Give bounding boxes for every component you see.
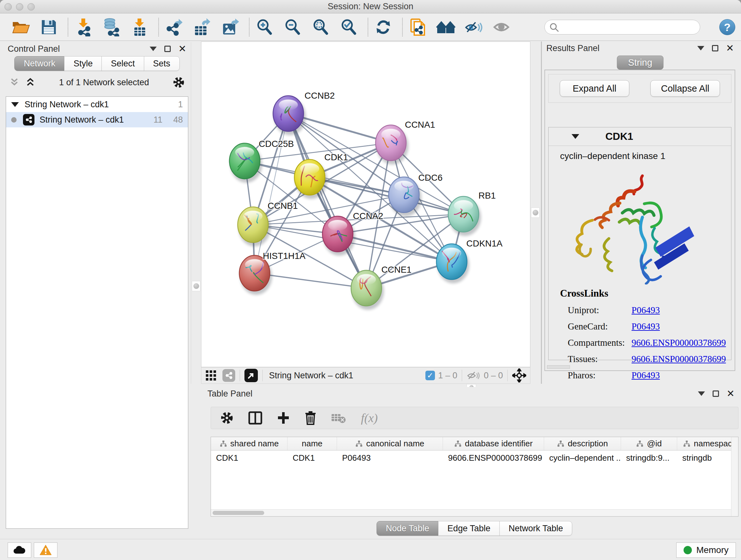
import-network-database-button[interactable]	[102, 17, 121, 37]
pan-crosshair-icon[interactable]	[512, 368, 526, 382]
right-splitter[interactable]	[530, 42, 542, 384]
hide-selected-button[interactable]	[464, 17, 484, 37]
node-CCNA1[interactable]	[376, 125, 408, 165]
node-CCNE1[interactable]	[351, 270, 384, 310]
tab-sets[interactable]: Sets	[144, 56, 180, 71]
node-CCNB2[interactable]	[273, 96, 306, 135]
network-row-selected[interactable]: String Network – cdk1 11 48	[6, 112, 188, 127]
crosslink-label: GeneCard:	[568, 321, 631, 332]
vertical-scrollbar[interactable]	[731, 437, 738, 516]
zoom-window-button[interactable]	[27, 3, 35, 10]
column-header-shared-name[interactable]: shared name	[211, 437, 287, 450]
zoom-selected-button[interactable]	[339, 17, 359, 37]
import-network-file-button[interactable]	[73, 17, 93, 37]
zoom-fit-button[interactable]	[311, 17, 331, 37]
section-collapse-icon[interactable]	[571, 134, 579, 139]
panel-float-icon[interactable]	[712, 45, 718, 51]
table-row[interactable]: CDK1CDK1P064939606.ENSP00000378699cyclin…	[211, 450, 738, 465]
node-HIST1H1A[interactable]	[239, 255, 272, 295]
tab-edge-table[interactable]: Edge Table	[438, 521, 500, 536]
expand-all-icon[interactable]	[25, 77, 36, 88]
zoom-in-button[interactable]	[255, 17, 274, 37]
column-header-name[interactable]: name	[287, 437, 337, 450]
column-header-database-identifier[interactable]: database identifier	[443, 437, 544, 450]
crosslink-value-link[interactable]: 9606.ENSP00000378699	[631, 337, 726, 348]
export-table-button[interactable]	[192, 17, 212, 37]
delete-column-icon[interactable]	[304, 411, 317, 425]
node-section-header[interactable]: CDK1	[549, 127, 731, 146]
column-header-canonical-name[interactable]: canonical name	[337, 437, 443, 450]
export-image-button[interactable]	[220, 17, 240, 37]
crosslink-value-link[interactable]: P06493	[631, 321, 660, 332]
tab-network-table[interactable]: Network Table	[499, 521, 572, 536]
panel-float-icon[interactable]	[164, 46, 171, 52]
column-tree-icon	[557, 440, 564, 447]
save-session-button[interactable]	[39, 17, 59, 37]
network-canvas[interactable]: CCNB2CCNA1CDC25BCDK1CDC6RB1CCNB1CCNA2CDK…	[201, 42, 530, 367]
expand-all-button[interactable]: Expand All	[560, 80, 629, 97]
network-share-icon[interactable]	[222, 369, 235, 382]
panel-close-icon[interactable]: ✕	[727, 389, 735, 398]
close-window-button[interactable]	[4, 3, 12, 10]
first-neighbors-button[interactable]	[436, 17, 456, 37]
node-CDK1[interactable]	[294, 159, 327, 199]
settings-gear-icon[interactable]	[172, 76, 185, 89]
split-columns-icon[interactable]	[248, 411, 263, 425]
collapse-all-button[interactable]: Collapse All	[650, 80, 720, 97]
collapse-all-icon[interactable]	[9, 77, 20, 88]
node-CDKN1A[interactable]	[436, 244, 469, 284]
network-graph[interactable]: CCNB2CCNA1CDC25BCDK1CDC6RB1CCNB1CCNA2CDK…	[201, 42, 530, 367]
help-button[interactable]: ?	[719, 19, 735, 35]
new-network-from-selection-button[interactable]	[408, 17, 428, 37]
crosslink-value-link[interactable]: P06493	[631, 370, 660, 381]
left-splitter[interactable]	[191, 42, 201, 384]
panel-close-icon[interactable]: ✕	[726, 44, 734, 53]
cloud-status-button[interactable]	[8, 543, 31, 558]
panel-menu-icon[interactable]	[698, 391, 705, 396]
splitter-grip[interactable]	[531, 207, 540, 218]
warnings-button[interactable]	[34, 543, 57, 558]
birdseye-grid-icon[interactable]	[205, 370, 217, 381]
export-network-button[interactable]	[164, 17, 184, 37]
show-hidden-button-disabled[interactable]	[492, 17, 512, 37]
tab-string[interactable]: String	[617, 56, 664, 70]
table-settings-gear-icon[interactable]	[220, 411, 234, 425]
minimize-window-button[interactable]	[16, 3, 23, 10]
column-header-description[interactable]: description	[544, 437, 621, 450]
open-view-icon[interactable]	[245, 369, 258, 382]
panel-close-icon[interactable]: ✕	[179, 44, 186, 54]
selected-checkbox-icon[interactable]: ✓	[425, 371, 435, 380]
import-table-button[interactable]	[130, 17, 149, 37]
column-header-namespac[interactable]: namespac	[677, 437, 738, 450]
memory-button[interactable]: Memory	[676, 543, 736, 558]
tab-node-table[interactable]: Node Table	[377, 521, 439, 536]
panel-menu-icon[interactable]	[150, 47, 157, 51]
node-RB1[interactable]	[448, 196, 481, 236]
zoom-out-button[interactable]	[283, 17, 302, 37]
selected-counts: 1 – 0	[438, 371, 457, 381]
crosslink-value-link[interactable]: 9606.ENSP00000378699	[631, 354, 726, 364]
hidden-eye-icon[interactable]	[467, 370, 481, 381]
node-CDC6[interactable]	[389, 177, 421, 216]
column-header--id[interactable]: @id	[621, 437, 677, 450]
panel-float-icon[interactable]	[713, 390, 719, 397]
tree-expand-icon[interactable]	[11, 102, 19, 107]
scrollbar-thumb[interactable]	[212, 511, 264, 515]
add-column-icon[interactable]	[277, 411, 290, 425]
tab-network[interactable]: Network	[14, 56, 64, 71]
network-collection-row[interactable]: String Network – cdk1 1	[6, 97, 188, 112]
node-CDC25B[interactable]	[229, 143, 262, 183]
open-session-button[interactable]	[11, 17, 30, 37]
edge-CCNB2-HIST1H1A[interactable]	[255, 114, 288, 273]
tab-select[interactable]: Select	[102, 56, 144, 71]
search-input[interactable]	[544, 20, 700, 35]
results-scrollbar-thumb[interactable]	[547, 365, 570, 369]
splitter-grip[interactable]	[192, 281, 200, 291]
panel-menu-icon[interactable]	[697, 46, 704, 51]
horizontal-scrollbar[interactable]	[211, 509, 731, 516]
edge-CCNB2-CCNE1[interactable]	[288, 114, 366, 288]
apply-layout-button[interactable]	[374, 17, 393, 37]
node-CCNA2[interactable]	[322, 216, 355, 256]
crosslink-value-link[interactable]: P06493	[631, 305, 660, 315]
tab-style[interactable]: Style	[64, 56, 102, 71]
